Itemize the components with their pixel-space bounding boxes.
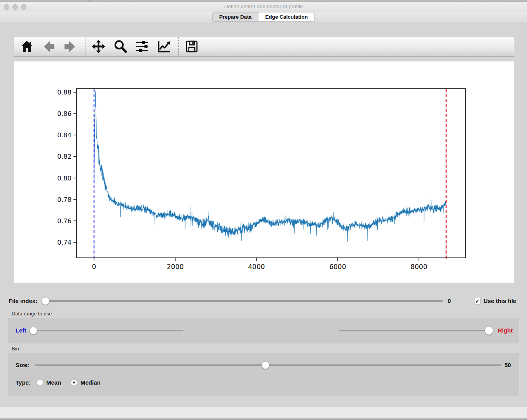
svg-text:0.82: 0.82 [57, 153, 72, 160]
svg-text:0.74: 0.74 [57, 239, 72, 246]
radio-selected-dot [73, 382, 75, 383]
profile-chart: 020004000600080000.740.760.780.800.820.8… [14, 61, 514, 283]
tab-edge-calculation[interactable]: Edge Calculation [258, 12, 314, 21]
right-range-slider-thumb[interactable] [485, 326, 493, 335]
status-bar [0, 407, 527, 419]
forward-arrow-icon [63, 40, 77, 54]
radio-mean-label: Mean [46, 379, 61, 386]
zoom-button[interactable] [112, 38, 128, 55]
svg-text:0.84: 0.84 [57, 131, 72, 139]
figure-canvas[interactable]: 020004000600080000.740.760.780.800.820.8… [14, 61, 514, 283]
app-window: Define center and sector of profile Prep… [0, 0, 527, 420]
background-window-separator [89, 0, 90, 2]
floppy-save-icon [185, 39, 199, 54]
svg-text:0.76: 0.76 [57, 217, 72, 225]
configure-subplots-button[interactable] [134, 38, 150, 55]
bin-size-label: Size: [16, 362, 29, 368]
title-bar: Define center and sector of profile [0, 2, 527, 12]
svg-text:0: 0 [92, 263, 96, 271]
bin-size-value: 50 [504, 362, 511, 368]
background-window-separator [215, 0, 215, 2]
left-range-slider-thumb[interactable] [30, 327, 37, 334]
forward-button[interactable] [62, 38, 79, 55]
edit-axes-button[interactable] [155, 38, 172, 55]
line-chart-icon [156, 39, 171, 54]
svg-text:0.88: 0.88 [57, 89, 72, 96]
file-index-value: 0 [445, 298, 454, 304]
magnifier-icon [113, 39, 127, 54]
pan-button[interactable] [90, 38, 106, 55]
right-slider-label: Right [498, 327, 513, 334]
bin-group-title: Bin [12, 346, 19, 352]
file-index-label: File index: [9, 298, 37, 304]
data-range-group-title: Data range to use [12, 311, 52, 317]
bin-groupbox [8, 353, 519, 396]
toolbar-separator [85, 37, 86, 56]
check-icon: ✓ [475, 298, 480, 304]
svg-text:2000: 2000 [167, 263, 183, 271]
sliders-icon [135, 39, 149, 54]
radio-median[interactable] [71, 379, 77, 386]
window-bottom-edge [0, 418, 527, 420]
home-button[interactable] [19, 38, 35, 55]
tab-segmented-control: Prepare Data Edge Calculation [212, 12, 315, 22]
back-arrow-icon [42, 40, 56, 54]
tab-prepare-data[interactable]: Prepare Data [213, 12, 258, 21]
svg-text:0.78: 0.78 [57, 196, 72, 203]
right-range-slider[interactable] [339, 330, 490, 331]
use-this-file-checkbox[interactable]: ✓ [474, 298, 481, 304]
svg-text:0.80: 0.80 [57, 175, 72, 182]
radio-median-label: Median [80, 379, 101, 386]
radio-mean[interactable] [37, 379, 43, 386]
tab-bar: Prepare Data Edge Calculation [0, 12, 527, 22]
svg-text:4000: 4000 [248, 263, 265, 271]
bin-type-label: Type: [16, 379, 31, 386]
home-icon [20, 40, 34, 54]
file-index-slider[interactable] [42, 300, 443, 302]
back-button[interactable] [40, 38, 57, 55]
bin-size-slider-thumb[interactable] [262, 361, 269, 369]
window-title: Define center and sector of profile [0, 4, 527, 9]
left-slider-label: Left [16, 327, 26, 334]
toolbar-separator [178, 37, 179, 56]
plot-toolbar [14, 36, 514, 57]
save-button[interactable] [183, 38, 200, 55]
left-range-slider[interactable] [30, 330, 183, 331]
pan-move-icon [91, 39, 106, 54]
svg-text:6000: 6000 [329, 263, 346, 271]
svg-text:0.86: 0.86 [57, 110, 72, 117]
use-this-file-label: Use this file [483, 298, 516, 304]
file-index-slider-thumb[interactable] [42, 297, 49, 305]
svg-text:8000: 8000 [410, 263, 427, 271]
